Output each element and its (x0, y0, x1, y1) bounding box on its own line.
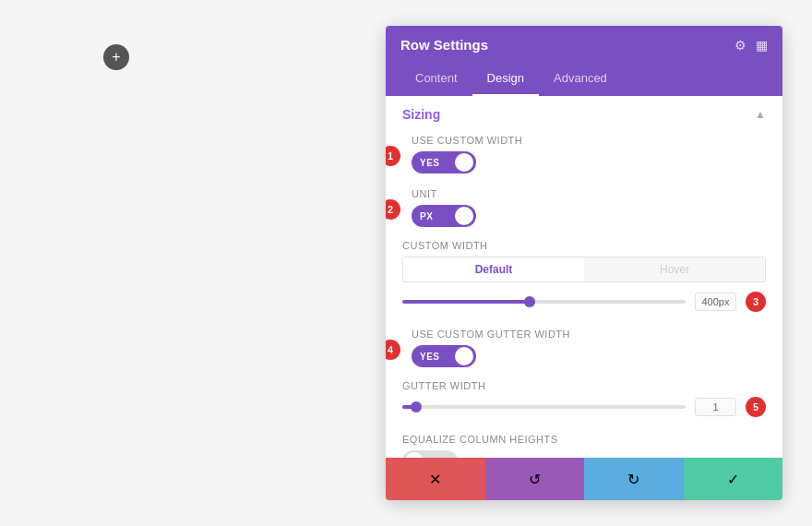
sub-tab-default[interactable]: Default (403, 257, 584, 281)
gutter-width-section: Gutter Width 1 5 (386, 377, 782, 428)
use-custom-width-toggle-wrap: YES (412, 151, 766, 173)
redo-button[interactable]: ↻ (584, 458, 684, 500)
toggle-px-label: PX (414, 211, 455, 221)
undo-icon: ↺ (529, 471, 541, 488)
bottom-bar: ✕ ↺ ↻ ✓ (386, 458, 782, 500)
toggle-knob-1 (455, 153, 473, 172)
use-custom-gutter-toggle[interactable]: YES (412, 345, 476, 367)
custom-width-slider-wrap (402, 300, 686, 304)
equalize-label: Equalize Column Heights (402, 434, 766, 445)
use-custom-width-field: 1 Use Custom Width YES (386, 129, 782, 183)
redo-icon: ↻ (627, 471, 639, 488)
panel-title: Row Settings (400, 37, 488, 53)
save-icon: ✓ (727, 471, 739, 488)
step-badge-2: 2 (386, 199, 400, 220)
add-element-button[interactable]: + (103, 44, 129, 70)
custom-width-section: Custom Width Default Hover 400px 3 (386, 236, 782, 323)
toggle-yes-label-4: YES (414, 352, 455, 362)
use-custom-gutter-field: 4 Use Custom Gutter Width YES (386, 323, 782, 377)
save-button[interactable]: ✓ (684, 458, 783, 500)
equalize-toggle-wrap: NO (402, 450, 766, 458)
undo-button[interactable]: ↺ (485, 458, 585, 500)
gutter-width-slider-row: 1 5 (402, 397, 766, 417)
toggle-no-label: NO (424, 457, 455, 459)
unit-toggle[interactable]: PX (412, 205, 476, 227)
sizing-section: Sizing ▲ 1 Use Custom Width YES 2 Unit (386, 96, 782, 458)
custom-width-tabs: Default Hover (402, 257, 766, 282)
custom-width-slider-row: 400px 3 (402, 292, 766, 312)
sizing-chevron-icon: ▲ (755, 108, 766, 121)
use-custom-gutter-toggle-wrap: YES (412, 345, 766, 367)
row-settings-panel: Row Settings ⚙ ▦ Content Design Advanced… (386, 26, 782, 500)
panel-header: Row Settings ⚙ ▦ (386, 26, 782, 64)
toggle-knob-2 (455, 207, 473, 225)
panel-content: Sizing ▲ 1 Use Custom Width YES 2 Unit (386, 96, 782, 458)
unit-field: 2 Unit PX (386, 183, 782, 236)
unit-label: Unit (412, 188, 766, 199)
sizing-title: Sizing (402, 107, 440, 122)
expand-icon[interactable]: ▦ (756, 38, 768, 53)
toggle-yes-label-1: YES (414, 158, 455, 168)
equalize-toggle[interactable]: NO (402, 450, 458, 458)
use-custom-width-label: Use Custom Width (412, 135, 766, 146)
cancel-icon: ✕ (429, 471, 441, 488)
settings-icon[interactable]: ⚙ (734, 38, 746, 53)
tab-design[interactable]: Design (472, 64, 539, 96)
gutter-width-slider-track (402, 405, 686, 409)
cancel-button[interactable]: ✕ (386, 458, 485, 500)
use-custom-gutter-label: Use Custom Gutter Width (412, 329, 766, 340)
tab-content[interactable]: Content (400, 64, 472, 96)
step-badge-4: 4 (386, 340, 400, 360)
custom-width-slider-fill (402, 300, 530, 304)
step-badge-3: 3 (746, 292, 766, 312)
custom-width-label: Custom Width (402, 240, 766, 251)
gutter-width-slider-thumb[interactable] (411, 401, 422, 412)
plus-icon: + (112, 50, 120, 65)
sizing-header[interactable]: Sizing ▲ (386, 96, 782, 129)
step-badge-5: 5 (746, 397, 766, 417)
gutter-width-value[interactable]: 1 (695, 398, 736, 416)
custom-width-value[interactable]: 400px (695, 293, 736, 311)
use-custom-width-toggle[interactable]: YES (412, 151, 476, 173)
gutter-width-slider-wrap (402, 405, 686, 409)
toggle-knob-eq (405, 452, 424, 458)
gutter-width-label: Gutter Width (402, 380, 766, 391)
sub-tab-hover[interactable]: Hover (584, 257, 765, 281)
custom-width-slider-thumb[interactable] (524, 296, 535, 307)
tab-bar: Content Design Advanced (386, 64, 782, 96)
header-icons: ⚙ ▦ (734, 38, 768, 53)
tab-advanced[interactable]: Advanced (539, 64, 622, 96)
step-badge-1: 1 (386, 146, 400, 166)
toggle-knob-4 (455, 347, 473, 365)
equalize-field: Equalize Column Heights NO (386, 428, 782, 458)
unit-toggle-wrap: PX (412, 205, 766, 227)
custom-width-slider-track (402, 300, 686, 304)
